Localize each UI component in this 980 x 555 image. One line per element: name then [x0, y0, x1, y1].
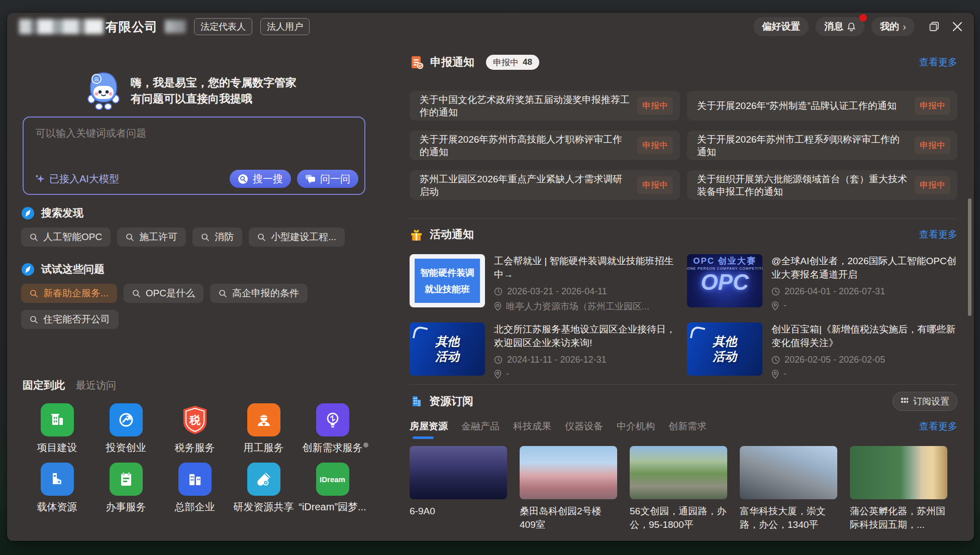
- subscription-settings-button[interactable]: 订阅设置: [893, 392, 957, 411]
- close-window-icon[interactable]: [951, 20, 964, 33]
- clock-icon: [494, 356, 503, 364]
- activity-card[interactable]: 其他 活动 北交所江苏服务基地设立园区企业接待日，欢迎园区企业来访来询! 202…: [410, 322, 680, 379]
- property-card[interactable]: 56文创园，通园路，办公，95-1800平: [630, 446, 727, 531]
- search-go-label: 搜一搜: [253, 172, 283, 186]
- notices-count: 48: [523, 57, 532, 67]
- property-photo: [410, 446, 507, 499]
- activities-view-more-link[interactable]: 查看更多: [919, 228, 957, 241]
- svg-text:园: 园: [94, 77, 99, 82]
- activity-date: 2024-11-11 - 2026-12-31: [494, 355, 680, 365]
- tab-instruments[interactable]: 仪器设备: [565, 420, 603, 439]
- app-labor-services[interactable]: 用工服务: [229, 403, 298, 455]
- gift-icon: [410, 228, 423, 242]
- location-pin-icon: [771, 301, 779, 310]
- vertical-scrollbar-thumb[interactable]: [968, 198, 971, 316]
- ask-button[interactable]: 问一问: [297, 170, 358, 188]
- resources-view-more-link[interactable]: 查看更多: [919, 420, 957, 439]
- recent-visits-tab[interactable]: 最近访问: [76, 379, 116, 392]
- app-invest-startup[interactable]: 投资创业: [91, 403, 160, 455]
- search-input[interactable]: [24, 118, 364, 149]
- pin-here-tab[interactable]: 固定到此: [23, 378, 65, 392]
- app-tax-services[interactable]: 税 税务服务: [160, 403, 229, 455]
- notices-view-more-link[interactable]: 查看更多: [919, 56, 957, 69]
- location-pin-icon: [494, 302, 502, 311]
- discover-chip[interactable]: 消防: [192, 228, 242, 247]
- app-headquarters[interactable]: 总部企业: [160, 463, 229, 514]
- app-carrier-resources[interactable]: 载体资源: [23, 463, 91, 514]
- property-card[interactable]: 蒲公英孵化器，苏州国际科技园五期，...: [850, 446, 947, 531]
- search-go-button[interactable]: 搜一搜: [230, 170, 291, 188]
- tab-tech-achievements[interactable]: 科技成果: [513, 420, 551, 439]
- app-project-construction[interactable]: 项目建设: [23, 403, 91, 455]
- clipboard-icon: [117, 470, 135, 488]
- question-chip-active[interactable]: 新春助企服务...: [21, 284, 117, 303]
- preferences-button[interactable]: 偏好设置: [753, 17, 809, 36]
- magnifier-icon: [201, 233, 210, 242]
- ask-label: 问一问: [320, 172, 350, 186]
- notice-status-tag: 申报中: [915, 97, 950, 115]
- tab-intermediaries[interactable]: 中介机构: [617, 420, 655, 439]
- tab-financial-products[interactable]: 金融产品: [461, 420, 500, 439]
- notice-card[interactable]: 关于中国文化艺术政府奖第五届动漫奖申报推荐工作的通知 申报中: [410, 91, 680, 121]
- window-controls: [928, 20, 964, 33]
- notice-card[interactable]: 关于开展2026年“苏州制造”品牌认证工作的通知 申报中: [687, 91, 957, 121]
- property-card[interactable]: 桑田岛科创园2号楼409室: [520, 446, 617, 531]
- property-card[interactable]: 6-9A0: [410, 446, 507, 531]
- my-account-button[interactable]: 我的 ›: [871, 17, 915, 36]
- search-discover-section: 搜索发现 人工智能OPC 施工许可 消防 小型建设工程...: [21, 206, 345, 247]
- app-grid: 项目建设 投资创业 税 税务服务 用工服务 创新需求服务 载体资源: [23, 403, 379, 514]
- question-chip[interactable]: OPC是什么: [124, 284, 204, 303]
- notice-card[interactable]: 关于开展2026年苏州市高技能人才职称评审工作的通知 申报中: [410, 131, 680, 160]
- resource-building-icon: [410, 395, 423, 408]
- app-idream-park[interactable]: IDream “iDream”园梦...: [298, 463, 367, 514]
- discover-chip[interactable]: 人工智能OPC: [21, 228, 111, 247]
- question-chip[interactable]: 住宅能否开公司: [21, 310, 119, 329]
- question-chip[interactable]: 高企申报的条件: [210, 284, 308, 303]
- app-innovation-demand[interactable]: 创新需求服务: [298, 403, 367, 455]
- magnifier-icon: [126, 233, 134, 242]
- notice-card[interactable]: 苏州工业园区2026年重点产业紧缺人才需求调研启动 申报中: [410, 170, 680, 200]
- discover-chip[interactable]: 小型建设工程...: [249, 228, 345, 247]
- tab-housing-resources[interactable]: 房屋资源: [410, 420, 448, 439]
- activity-thumbnail: OPC 创业大赛 ONE PERSON COMPANY COMPETITION …: [687, 254, 762, 307]
- activity-date: 2026-02-05 - 2026-02-05: [771, 355, 957, 365]
- tab-innovation-demand[interactable]: 创新需求: [668, 420, 707, 439]
- discover-chip[interactable]: 施工许可: [117, 228, 186, 247]
- property-photo: [520, 446, 617, 499]
- notice-status-tag: 申报中: [915, 176, 950, 194]
- activity-card[interactable]: 智能硬件装调 就业技能班 工会帮就业 | 智能硬件装调就业技能班招生中→ 202…: [410, 254, 680, 312]
- my-account-label: 我的: [880, 20, 899, 33]
- factory-icon: [48, 470, 66, 488]
- clock-icon: [771, 356, 780, 364]
- unread-dot: [859, 14, 867, 22]
- carousel-page-dot: [363, 442, 368, 448]
- app-admin-services[interactable]: 办事服务: [91, 463, 160, 514]
- notice-card[interactable]: 关于开展2026年苏州市工程系列职称评审工作的通知 申报中: [687, 131, 957, 160]
- compass-icon: [21, 263, 35, 276]
- activity-card[interactable]: OPC 创业大赛 ONE PERSON COMPANY COMPETITION …: [687, 254, 957, 312]
- invest-arrow-icon: [117, 411, 135, 429]
- magnifier-icon: [132, 289, 141, 298]
- declaration-notice-section: 申报通知 申报中 48 查看更多 关于中国文化艺术政府奖第五届动漫奖申报推荐工作…: [410, 55, 957, 200]
- preferences-label: 偏好设置: [762, 20, 800, 33]
- tax-shield-icon: 税: [181, 405, 209, 435]
- assistant-greeting: 嗨，我是易宝，您的专属数字管家 有问题可以直接向我提哦: [131, 75, 297, 107]
- activity-location: 唯亭人力资源市场（苏州工业园区...: [494, 300, 680, 312]
- ai-model-note: 已接入AI大模型: [35, 172, 119, 186]
- chevron-right-icon: ›: [903, 21, 906, 33]
- app-rnd-sharing[interactable]: 研发资源共享: [229, 463, 298, 514]
- activity-location: -: [494, 369, 680, 379]
- location-pin-icon: [771, 370, 779, 379]
- sparkle-icon: [35, 174, 45, 184]
- notice-card[interactable]: 关于组织开展第六批能源领域首台（套）重大技术装备申报工作的通知 申报中: [687, 170, 957, 200]
- activity-card[interactable]: 其他 活动 创业百宝箱|《新增值税法实施后，有哪些新变化值得关注》 2026-0…: [687, 322, 957, 379]
- redacted-company-logo: [19, 19, 104, 34]
- badge-legal-representative: 法定代表人: [194, 18, 252, 35]
- property-card[interactable]: 富华科技大厦，崇文路，办公，1340平: [740, 446, 837, 531]
- magnifier-icon: [30, 315, 38, 324]
- messages-button[interactable]: 消息: [816, 17, 864, 36]
- worker-icon: [255, 411, 273, 429]
- activity-grid: 智能硬件装调 就业技能班 工会帮就业 | 智能硬件装调就业技能班招生中→ 202…: [410, 254, 957, 379]
- property-photo: [630, 446, 727, 499]
- restore-window-icon[interactable]: [928, 20, 941, 33]
